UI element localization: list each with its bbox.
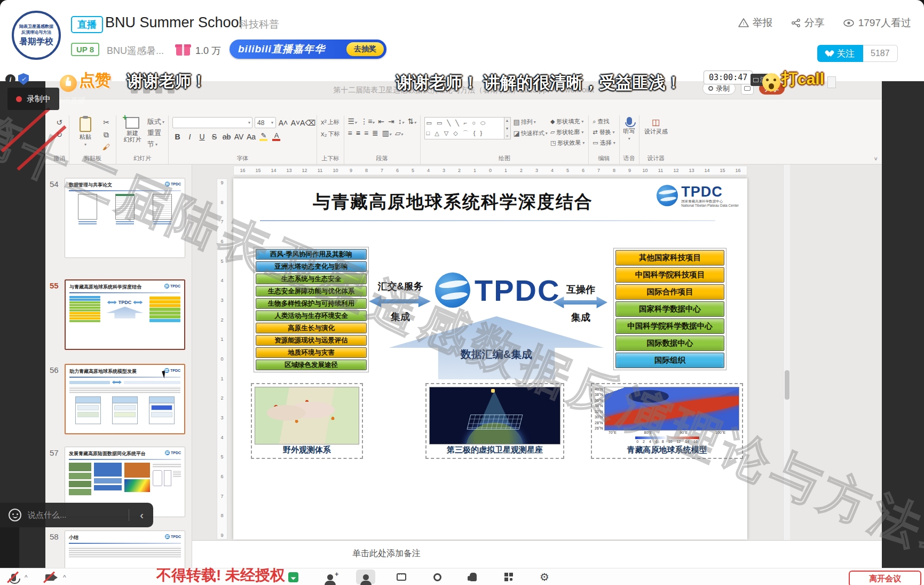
shrink-font-button[interactable]: A˅	[290, 118, 301, 128]
layout-button[interactable]: 版式▾	[147, 117, 164, 127]
numbering-button[interactable]: ⋮≡▾	[360, 117, 374, 126]
apps-button[interactable]	[499, 570, 518, 584]
smartart-button[interactable]: ▱▾	[395, 129, 403, 137]
bold-button[interactable]: B	[172, 131, 183, 142]
group-label-drawing: 绘图	[499, 154, 510, 164]
collapse-chat-button[interactable]: ‹	[136, 509, 148, 521]
left-double-arrow	[369, 295, 431, 307]
avatar-line2: 反演理论与方法	[21, 29, 51, 35]
microphone-options-caret[interactable]: ^	[25, 574, 28, 581]
change-case-button[interactable]: Aa	[246, 131, 256, 142]
raise-hand-button[interactable]	[463, 570, 483, 584]
indent-button[interactable]: ⇥	[388, 117, 394, 126]
notes-pane[interactable]: 单击此处添加备注	[192, 540, 882, 568]
paste-button[interactable]: 粘贴▾	[73, 117, 98, 147]
slide-thumbnail-58[interactable]: 小结 TPDC	[65, 531, 185, 568]
danmaku-input-bar[interactable]: 说点什么... ‹	[0, 503, 153, 527]
text-shadow-button[interactable]: ab	[222, 131, 232, 142]
carnival-banner[interactable]: bilibili直播嘉年华 去抽奖	[230, 40, 386, 59]
underline-button[interactable]: U	[197, 131, 207, 142]
shape-gallery-scroll[interactable]: ▲▼≡	[504, 117, 511, 139]
participants-button[interactable]	[356, 570, 375, 584]
scrollbar-thumb[interactable]	[785, 370, 789, 400]
format-painter-button[interactable]: 🖌	[100, 142, 112, 152]
emoji-icon[interactable]	[9, 509, 21, 521]
powerpoint-window: 第十二届陆表卫星遥感数据反演理论与方法（暑期学校）2023.ppt - Powe…	[45, 81, 882, 568]
find-button[interactable]: ⌕ 查找	[593, 117, 609, 126]
stream-category[interactable]: 科技科普	[239, 18, 279, 32]
hub-left-bottom-label: 集成	[370, 310, 431, 323]
project-box: 中国科学院科学数据中心	[615, 318, 724, 334]
font-color-button[interactable]: A	[271, 131, 282, 142]
shape-gallery[interactable]: ▭ ▭ ╲ ╲ ⌐ ○ ⬭ □ △ ▽ ◇ ⌒ { }	[424, 117, 504, 139]
designer-button[interactable]: 设计灵感	[643, 128, 669, 135]
slide-thumbnail-55-selected[interactable]: 与青藏高原地球系统科学深度结合 TPDC TPDC	[65, 279, 185, 350]
collapse-ribbon-button[interactable]: ˅	[874, 155, 878, 162]
arrange-button[interactable]: ▤ 排列▾	[514, 117, 548, 127]
panel-caption: 第三极的虚拟卫星观测星座	[429, 444, 560, 455]
report-button[interactable]: ! 举报	[738, 16, 773, 30]
copy-button[interactable]: ⧉	[100, 129, 112, 140]
group-supsub: x²上标 x₂下标 上下标	[317, 115, 344, 164]
shape-outline-button[interactable]: ▱ 形状轮廓▾	[550, 128, 585, 137]
dictate-button[interactable]: 听写	[623, 127, 635, 135]
align-left-button[interactable]: ≡	[348, 129, 352, 137]
align-center-button[interactable]: ≡	[356, 129, 360, 137]
uploader-name[interactable]: BNU遥感暑...	[107, 44, 164, 57]
leave-meeting-button[interactable]: 离开会议	[849, 571, 921, 585]
cut-button[interactable]: ✂	[100, 117, 112, 128]
camera-options-caret[interactable]: ^	[63, 574, 66, 581]
line-spacing-button[interactable]: ↕▾	[398, 117, 404, 126]
strikethrough-button[interactable]: S	[209, 131, 219, 142]
char-spacing-button[interactable]: AV	[234, 131, 244, 142]
camera-button[interactable]	[43, 571, 57, 584]
longitude-labels: 70°E80°E90°E100°E	[595, 431, 739, 435]
recording-dot-icon	[16, 96, 22, 102]
slide-thumbnail-54[interactable]: 数据管理与共享论文 TPDC BAMS	[65, 178, 185, 258]
justify-button[interactable]: ≣	[372, 129, 378, 137]
slide-canvas[interactable]: 与青藏高原地球系统科学深度结合 TPDC 国家青藏高原科学数据中心 Nation…	[233, 178, 747, 540]
highlight-color-button[interactable]: ✎	[258, 131, 269, 142]
follow-button[interactable]: 关注	[817, 45, 863, 62]
font-name-combo[interactable]: ▾	[172, 117, 252, 128]
replace-button[interactable]: ⇄ 替换▾	[593, 128, 614, 137]
text-direction-button[interactable]: ⇅▾	[408, 117, 416, 126]
subscript-button[interactable]: x₂下标	[321, 129, 340, 138]
new-slide-button[interactable]: 新建 幻灯片	[120, 117, 145, 143]
player-info-icon[interactable]: i	[5, 74, 15, 84]
outdent-button[interactable]: ⇤	[378, 117, 384, 126]
superscript-button[interactable]: x²上标	[321, 117, 339, 127]
data-compilation-label: 数据汇编&集成	[384, 347, 609, 362]
record-meeting-button[interactable]	[428, 570, 447, 584]
shield-icon[interactable]: ✓	[18, 73, 29, 85]
italic-button[interactable]: I	[185, 131, 195, 142]
font-size-combo[interactable]: 48▾	[255, 117, 276, 128]
shape-effects-button[interactable]: ◳ 形状效果▾	[550, 138, 585, 147]
clear-format-button[interactable]: A⌫	[303, 118, 313, 128]
share-button[interactable]: 分享	[791, 16, 825, 30]
invite-button[interactable]: +	[320, 570, 339, 584]
thumbnail-sketch: TPDC	[69, 296, 180, 322]
quick-styles-button[interactable]: ◪ 快速样式▾	[514, 128, 548, 138]
shape-fill-button[interactable]: ◆ 形状填充▾	[550, 117, 585, 126]
grow-font-button[interactable]: A˄	[278, 118, 288, 128]
streamer-avatar[interactable]: 陆表卫星遥感数据 反演理论与方法 暑期学校	[12, 11, 61, 60]
call-danmaku: 打call	[762, 68, 836, 91]
tpdc-globe-icon	[435, 272, 470, 308]
screen-share-button[interactable]	[288, 572, 298, 582]
editor-vertical-scrollbar[interactable]	[783, 165, 790, 540]
settings-button[interactable]: ⚙	[535, 570, 554, 584]
reset-button[interactable]: 重置	[147, 128, 164, 138]
bullets-button[interactable]: ☰▾	[348, 117, 357, 126]
section-button[interactable]: 节▾	[147, 139, 164, 149]
lottery-button[interactable]: 去抽奖	[346, 42, 384, 56]
chat-button[interactable]	[392, 570, 411, 584]
columns-button[interactable]: ▥▾	[382, 129, 391, 137]
group-editing: ⌕ 查找 ⇄ 替换▾ ▭ 选择▾ 编辑	[589, 115, 619, 164]
slide-thumbnail-56[interactable]: 助力青藏高原地球系统模型发展 TPDC	[65, 364, 185, 434]
mute-microphone-button[interactable]	[6, 571, 20, 584]
select-button[interactable]: ▭ 选择▾	[593, 138, 615, 147]
danmaku-input[interactable]: 说点什么...	[28, 510, 122, 520]
live-video-player[interactable]: 第十二届陆表卫星遥感数据反演理论与方法（暑期学校）2023.ppt - Powe…	[0, 81, 924, 568]
align-right-button[interactable]: ≡	[364, 129, 368, 137]
